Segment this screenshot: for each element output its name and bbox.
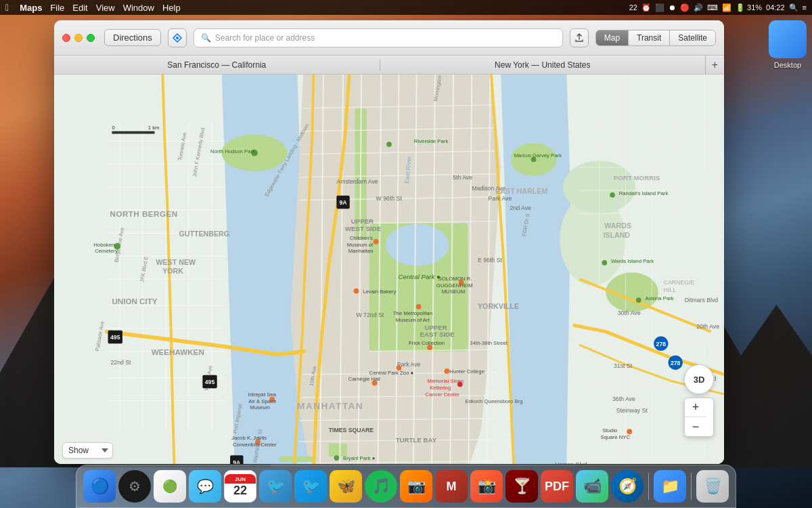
3d-button[interactable]: 3D	[684, 364, 714, 394]
dock-app-m[interactable]: M	[435, 470, 468, 503]
map-area[interactable]: W 96th St W 72nd St W 34th St E 96th St …	[54, 75, 724, 464]
svg-point-0	[176, 37, 179, 39]
svg-text:UPPER: UPPER	[424, 324, 447, 331]
svg-point-139	[610, 192, 615, 198]
svg-text:HILL: HILL	[664, 287, 677, 293]
dock-pdf[interactable]: PDF	[541, 470, 573, 503]
svg-text:EAST HARLEM: EAST HARLEM	[495, 187, 547, 195]
map-controls: 3D + −	[684, 364, 714, 437]
svg-point-145	[334, 455, 339, 461]
svg-text:36th Ave: 36th Ave	[612, 396, 635, 402]
map-type-selector: Map Transit Satellite	[595, 30, 716, 46]
dock-separator2	[691, 473, 692, 500]
zoom-controls: + −	[684, 398, 714, 437]
svg-text:Vernon Blvd: Vernon Blvd	[556, 461, 587, 464]
show-dropdown[interactable]: Show Traffic Satellite	[62, 442, 113, 459]
svg-text:GUGGENHEIM: GUGGENHEIM	[436, 282, 473, 289]
dock-safari[interactable]: 🟢	[154, 470, 186, 503]
svg-text:Manhattan: Manhattan	[348, 248, 374, 254]
dock-tweetbot[interactable]: 🐦	[259, 470, 292, 503]
svg-text:MANHATTAN: MANHATTAN	[297, 401, 363, 411]
svg-text:Hoboken: Hoboken	[93, 242, 114, 248]
svg-text:Bryant Park ●: Bryant Park ●	[343, 455, 375, 461]
dock-twitter[interactable]: 🐦	[294, 470, 327, 503]
dock-cocktail[interactable]: 🍸	[505, 470, 538, 503]
svg-text:PORT MORRIS: PORT MORRIS	[614, 174, 660, 182]
route-from[interactable]: San Francisco — California	[54, 60, 380, 70]
svg-text:9A: 9A	[339, 199, 347, 206]
svg-text:Kettering: Kettering	[430, 385, 451, 391]
edit-menu[interactable]: Edit	[72, 3, 87, 13]
svg-text:W 96th St: W 96th St	[376, 195, 403, 202]
zoom-out-button[interactable]: −	[685, 417, 706, 436]
dock-tes[interactable]: 🦋	[330, 470, 362, 503]
svg-text:SOLOMON R.: SOLOMON R.	[438, 276, 472, 282]
map-type-transit[interactable]: Transit	[629, 30, 670, 45]
svg-text:34th-38th Street: 34th-38th Street	[470, 340, 508, 346]
svg-text:Edkoch Queensboro Brg: Edkoch Queensboro Brg	[466, 398, 523, 404]
svg-text:0: 0	[112, 125, 114, 131]
app-name-menu[interactable]: Maps	[20, 3, 42, 13]
menu-status-icons: 22 ⏰ ⬛ ⏺ 🔴 🔊 ⌨ 📶 🔋 31% 04:22 🔍 ≡	[629, 3, 807, 12]
zoom-in-button[interactable]: +	[685, 398, 706, 417]
dock-photos2[interactable]: 📸	[470, 470, 503, 503]
dock-trash[interactable]: 🗑️	[696, 470, 729, 503]
map-type-satellite[interactable]: Satellite	[670, 30, 715, 45]
directions-button[interactable]: Directions	[104, 29, 161, 46]
desktop-folder-icon	[769, 20, 807, 58]
view-menu[interactable]: View	[96, 3, 115, 13]
apple-menu[interactable]: 	[5, 2, 9, 13]
svg-text:WEST NEW: WEST NEW	[156, 258, 196, 266]
svg-point-195	[374, 239, 379, 245]
dock-calendar[interactable]: JUN 22	[224, 470, 256, 503]
svg-text:Cancer Center: Cancer Center	[425, 391, 459, 398]
svg-point-11	[386, 224, 449, 266]
svg-text:Amsterdam Ave: Amsterdam Ave	[336, 178, 378, 185]
svg-text:UPPER: UPPER	[351, 217, 374, 225]
file-menu[interactable]: File	[50, 3, 64, 13]
svg-text:Wards Island Park: Wards Island Park	[611, 258, 654, 264]
traffic-lights	[62, 34, 95, 42]
dock-spotify[interactable]: 🎵	[365, 470, 397, 503]
dock-system-prefs[interactable]: ⚙	[118, 470, 151, 503]
svg-text:WARDS: WARDS	[604, 221, 631, 230]
svg-text:YORK: YORK	[162, 267, 183, 275]
close-button[interactable]	[62, 34, 70, 42]
svg-text:TIMES SQUARE: TIMES SQUARE	[329, 427, 374, 433]
maps-window: Directions 🔍 Search for place or address…	[54, 20, 724, 464]
window-menu[interactable]: Window	[123, 3, 154, 13]
desktop-icon-label: Desktop	[774, 61, 801, 69]
maximize-button[interactable]	[87, 34, 95, 42]
svg-text:20th Ave: 20th Ave	[696, 323, 719, 330]
svg-text:W 72nd St: W 72nd St	[356, 312, 384, 318]
svg-text:WEEHAWKEN: WEEHAWKEN	[152, 347, 204, 356]
location-button[interactable]	[168, 28, 187, 47]
svg-text:Marcus Garvey Park: Marcus Garvey Park	[514, 152, 562, 158]
svg-text:WEST SIDE: WEST SIDE	[345, 225, 382, 232]
dock-finder2[interactable]: 📁	[654, 470, 686, 503]
svg-text:Randall's Island Park: Randall's Island Park	[619, 190, 669, 196]
route-to[interactable]: New York — United States	[380, 60, 706, 70]
add-stop-button[interactable]: +	[705, 56, 724, 75]
svg-text:GUTTENBERG: GUTTENBERG	[179, 230, 229, 238]
dock-messages[interactable]: 💬	[189, 470, 221, 503]
map-type-map[interactable]: Map	[596, 30, 629, 45]
dock-finder[interactable]: 🔵	[83, 470, 116, 503]
svg-text:Central Park Zoo ●: Central Park Zoo ●	[369, 370, 413, 376]
help-menu[interactable]: Help	[162, 3, 181, 13]
route-bar: San Francisco — California New York — Un…	[54, 56, 724, 75]
svg-text:Frick Collection: Frick Collection	[409, 340, 445, 346]
svg-text:CARNEGIE: CARNEGIE	[664, 279, 695, 286]
dock-photos[interactable]: 📷	[400, 470, 432, 503]
share-button[interactable]	[570, 28, 589, 47]
svg-text:Astoria Park: Astoria Park	[646, 295, 674, 301]
desktop-icon[interactable]: Desktop	[769, 20, 807, 69]
dock-safari2[interactable]: 🧭	[611, 470, 644, 503]
svg-text:9A: 9A	[233, 459, 241, 464]
search-bar[interactable]: 🔍 Search for place or address	[194, 28, 563, 47]
svg-text:E 96th St: E 96th St	[478, 257, 502, 263]
dock-facetime[interactable]: 📹	[576, 470, 608, 503]
minimize-button[interactable]	[74, 34, 83, 42]
svg-text:GRAND: GRAND	[352, 463, 371, 464]
svg-text:31st St: 31st St	[614, 362, 633, 369]
